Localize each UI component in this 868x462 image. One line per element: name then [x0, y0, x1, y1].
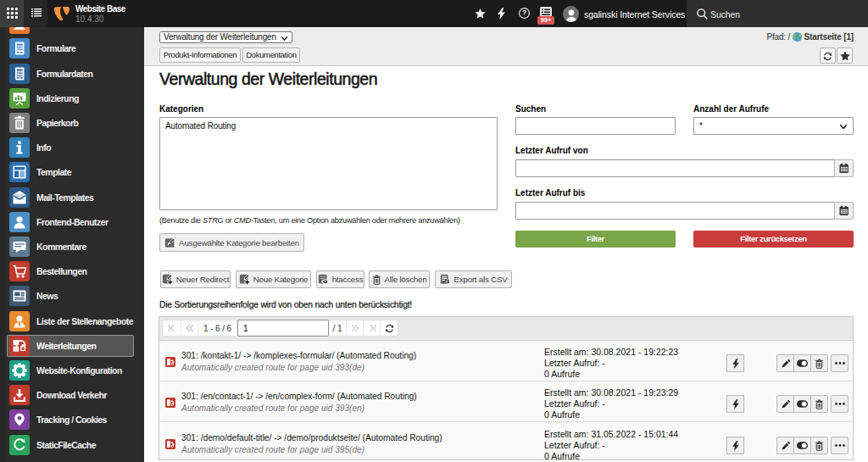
- svg-text:?: ?: [522, 8, 526, 17]
